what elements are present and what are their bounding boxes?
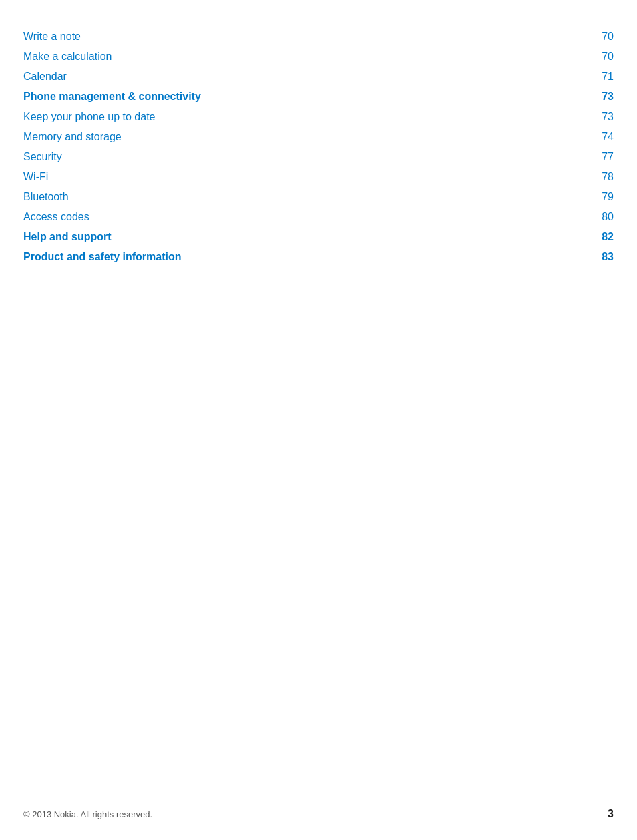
toc-page: 70 xyxy=(594,31,614,43)
page-content: Write a note70Make a calculation70Calend… xyxy=(0,0,637,294)
toc-page: 77 xyxy=(594,151,614,163)
toc-row[interactable]: Wi-Fi78 xyxy=(23,167,614,187)
toc-label: Product and safety information xyxy=(23,251,594,263)
toc-page: 71 xyxy=(594,71,614,83)
toc-row[interactable]: Access codes80 xyxy=(23,207,614,227)
toc-page: 78 xyxy=(594,171,614,183)
toc-page: 82 xyxy=(594,231,614,243)
toc-page: 73 xyxy=(594,111,614,123)
toc-container: Write a note70Make a calculation70Calend… xyxy=(23,27,614,267)
toc-row[interactable]: Bluetooth79 xyxy=(23,187,614,207)
toc-row[interactable]: Keep your phone up to date73 xyxy=(23,107,614,127)
footer: © 2013 Nokia. All rights reserved. 3 xyxy=(23,808,614,820)
toc-page: 74 xyxy=(594,131,614,143)
toc-label: Help and support xyxy=(23,231,594,243)
toc-row[interactable]: Help and support82 xyxy=(23,227,614,247)
toc-label: Bluetooth xyxy=(23,191,594,203)
footer-page-number: 3 xyxy=(608,808,614,820)
toc-row[interactable]: Memory and storage74 xyxy=(23,127,614,147)
toc-label: Phone management & connectivity xyxy=(23,91,594,103)
toc-page: 79 xyxy=(594,191,614,203)
toc-label: Access codes xyxy=(23,211,594,223)
toc-row[interactable]: Calendar71 xyxy=(23,67,614,87)
toc-page: 80 xyxy=(594,211,614,223)
toc-label: Write a note xyxy=(23,31,594,43)
toc-page: 73 xyxy=(594,91,614,103)
footer-copyright: © 2013 Nokia. All rights reserved. xyxy=(23,809,152,819)
toc-label: Keep your phone up to date xyxy=(23,111,594,123)
toc-label: Security xyxy=(23,151,594,163)
toc-label: Calendar xyxy=(23,71,594,83)
toc-label: Memory and storage xyxy=(23,131,594,143)
toc-page: 70 xyxy=(594,51,614,63)
toc-row[interactable]: Security77 xyxy=(23,147,614,167)
toc-label: Make a calculation xyxy=(23,51,594,63)
toc-page: 83 xyxy=(594,251,614,263)
toc-row[interactable]: Make a calculation70 xyxy=(23,47,614,67)
toc-row[interactable]: Phone management & connectivity73 xyxy=(23,87,614,107)
toc-row[interactable]: Product and safety information83 xyxy=(23,247,614,267)
toc-label: Wi-Fi xyxy=(23,171,594,183)
toc-row[interactable]: Write a note70 xyxy=(23,27,614,47)
